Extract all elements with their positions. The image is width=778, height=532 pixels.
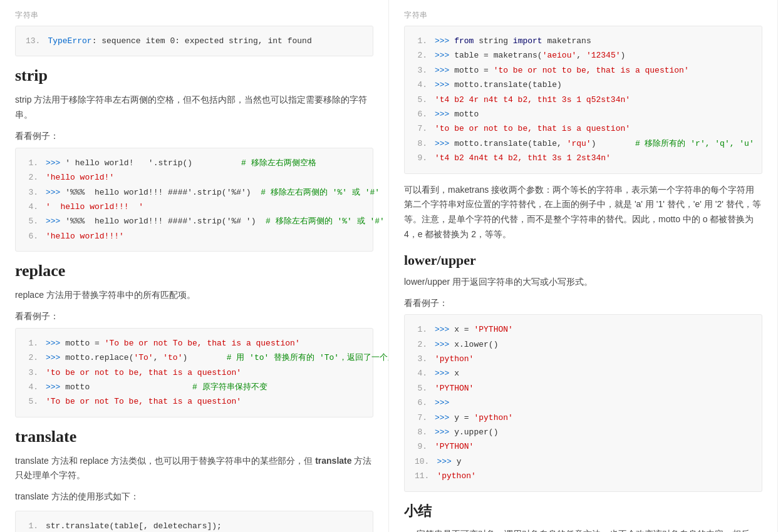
code-line: 2. 'hello world!': [26, 170, 363, 185]
code-line: 6. >>> motto: [415, 107, 752, 121]
strip-desc: strip 方法用于移除字符串左右两侧的空格，但不包括内部，当然也可以指定需要移…: [15, 93, 373, 123]
translate-syntax-block: 1. str.translate(table[, deletechars]);: [15, 511, 373, 532]
left-section-label: 字符串: [15, 10, 373, 21]
code-line: 3. >>> '%%% hello world!!! ####'.strip('…: [26, 185, 363, 200]
code-line: 8. >>> motto.translate(table, 'rqu') # 移…: [415, 136, 752, 151]
code-line: 6. 'hello world!!!': [26, 229, 363, 243]
code-line: 11. 'python': [415, 469, 752, 483]
right-column: 字符串 1. >>> from string import maketrans …: [389, 0, 778, 532]
code-line: 3. 'python': [415, 352, 752, 366]
code-line: 2. >>> motto.replace('To', 'to') # 用 'to…: [26, 350, 363, 365]
maketrans-desc: 可以看到，maketrans 接收两个参数：两个等长的字符串，表示第一个字符串的…: [404, 183, 762, 242]
left-column: 字符串 13. TypeError: sequence item 0: expe…: [0, 0, 389, 532]
code-line: 5. >>> '%%% hello world!!! ####'.strip('…: [26, 214, 363, 228]
code-line: 9. 'PYTHON': [415, 439, 752, 454]
translate-desc1: translate 方法和 replace 方法类似，也可以用于替换字符串中的某…: [15, 454, 373, 484]
code-line: 4. >>> motto.translate(table): [415, 78, 752, 92]
translate-desc2: translate 方法的使用形式如下：: [15, 489, 373, 504]
replace-title: replace: [15, 262, 373, 280]
code-line: 1. >>> x = 'PYTHON': [415, 322, 752, 337]
lower-upper-title: lower/upper: [404, 252, 762, 269]
code-line: 6. >>>: [415, 396, 752, 410]
strip-title: strip: [15, 66, 373, 85]
replace-desc: replace 方法用于替换字符串中的所有匹配项。: [15, 288, 373, 303]
code-line: 4. ' hello world!!! ': [26, 200, 363, 214]
lower-upper-code-block: 1. >>> x = 'PYTHON' 2. >>> x.lower() 3. …: [404, 314, 762, 491]
code-line: 7. >>> y = 'python': [415, 411, 752, 425]
code-line: 4. >>> motto # 原字符串保持不变: [26, 380, 363, 394]
code-line: 5. 'PYTHON': [415, 381, 752, 396]
maketrans-code-block: 1. >>> from string import maketrans 2. >…: [404, 26, 762, 174]
code-line: 2. >>> x.lower(): [415, 337, 752, 352]
code-line: 9. 't4 b2 4n4t t4 b2, th1t 3s 1 2st34n': [415, 151, 752, 165]
translate-title: translate: [15, 427, 373, 446]
code-line: 1. str.translate(table[, deletechars]);: [26, 519, 363, 532]
lower-upper-desc: lower/upper 用于返回字符串的大写或小写形式。: [404, 275, 762, 290]
code-line: 4. >>> x: [415, 366, 752, 381]
code-line: 10. >>> y: [415, 454, 752, 469]
code-line: 1. >>> from string import maketrans: [415, 34, 752, 48]
code-line: 5. 'To be or not To be, that is a questi…: [26, 394, 363, 409]
right-section-label: 字符串: [404, 10, 762, 21]
strip-example-label: 看看例子：: [15, 129, 373, 144]
error-code-block: 13. TypeError: sequence item 0: expected…: [15, 26, 373, 56]
code-line: 2. >>> table = maketrans('aeiou', '12345…: [415, 48, 752, 63]
strip-code-block: 1. >>> ' hello world! '.strip() # 移除左右两侧…: [15, 148, 373, 252]
replace-example-label: 看看例子：: [15, 309, 373, 324]
code-line: 8. >>> y.upper(): [415, 425, 752, 439]
summary-title: 小结: [404, 502, 762, 521]
summary-list: 字符串是不可变对象，调用对象自身的任意方法，也不会改变该对象自身的内容。相反，这…: [404, 527, 762, 532]
code-line: 7. 'to be or not to be, that is a questi…: [415, 121, 752, 136]
replace-code-block: 1. >>> motto = 'To be or not To be, that…: [15, 328, 373, 417]
summary-item-1: 字符串是不可变对象，调用对象自身的任意方法，也不会改变该对象自身的内容。相反，这…: [417, 527, 762, 532]
code-line: 3. 'to be or not to be, that is a questi…: [26, 366, 363, 380]
code-line: 1. >>> ' hello world! '.strip() # 移除左右两侧…: [26, 156, 363, 170]
code-line: 1. >>> motto = 'To be or not To be, that…: [26, 336, 363, 350]
code-line: 3. >>> motto = 'to be or not to be, that…: [415, 63, 752, 78]
code-line: 5. 't4 b2 4r n4t t4 b2, th1t 3s 1 q52st3…: [415, 93, 752, 107]
code-line: 13. TypeError: sequence item 0: expected…: [26, 34, 363, 48]
lower-upper-example-label: 看看例子：: [404, 296, 762, 311]
